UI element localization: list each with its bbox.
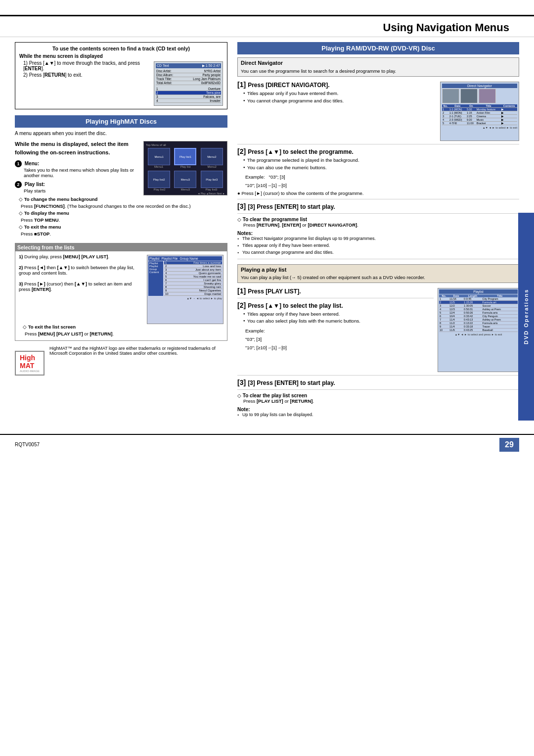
- display-menu-text: Press TOP MENU.: [15, 217, 227, 223]
- right-column: Playing RAM/DVD-RW (DVD-VR) Disc Direct …: [237, 42, 519, 419]
- direct-navigator-desc: You can use the programme list to search…: [241, 68, 516, 74]
- play-list-desc: You can play a play list (→ 5) created o…: [241, 274, 516, 281]
- page-title: Using Navigation Menus: [0, 21, 509, 34]
- highmat-section-title: Playing HighMAT Discs: [15, 115, 227, 128]
- clear-programme-title: To clear the programme list: [237, 217, 519, 222]
- selecting-lists-box: Selecting from the lists PlaylistPlaylis…: [15, 243, 227, 341]
- play-list-nav-screen: Playlist No.DateLengthTitle 111/160:0:45…: [438, 288, 519, 372]
- divider-1: [237, 144, 519, 144]
- play-list-section: Playing a play list You can play a play …: [237, 264, 519, 418]
- notes-box: Notes: The Direct Navigator programme li…: [237, 231, 519, 255]
- step2-heading: [2] Press [▲▼] to select the programme.: [237, 147, 519, 155]
- clear-programme-box: To clear the programme list Press [RETUR…: [237, 217, 519, 228]
- clear-play-list-text: Press [PLAY LIST] or [RETURN].: [237, 398, 519, 404]
- direct-navigator-box: Direct Navigator You can use the program…: [237, 57, 519, 77]
- playlist-screen: PlaylistPlaylist FileGroup Name Playlist…: [147, 255, 223, 324]
- play-list-header-box: Playing a play list You can play a play …: [237, 264, 519, 283]
- exit-menu-text: Press ■STOP.: [15, 231, 227, 236]
- cd-box-title: To use the contents screen to find a tra…: [19, 46, 223, 51]
- example-10: "10"; [≥10]→[1]→[0]: [237, 182, 519, 189]
- page-footer: RQTV0057 29: [0, 434, 534, 455]
- right-section-title: Playing RAM/DVD-RW (DVD-VR) Disc: [237, 42, 519, 54]
- play-note-list: Up to 99 play lists can be displayed.: [237, 412, 519, 418]
- play-note-title: Note:: [237, 407, 519, 412]
- exit-menu-note: To exit the menu: [15, 224, 227, 230]
- example-label: Example: "03"; [3]: [237, 174, 519, 181]
- trademark-text: HighMAT™ and the HighMAT logo are either…: [49, 346, 227, 356]
- divider-3: [237, 213, 519, 214]
- divider-2: [237, 199, 519, 199]
- section-divider: [237, 259, 519, 259]
- clear-programme-text: Press [RETURN], [ENTER] or [DIRECT NAVIG…: [237, 222, 519, 228]
- cd-text-box: To use the contents screen to find a tra…: [15, 42, 227, 109]
- highmat-logo: High MAT AUDIO·IMAGE: [15, 351, 44, 376]
- step3-heading: [3] [3] Press [ENTER] to start play.: [237, 202, 519, 210]
- divider-play-3: [237, 389, 519, 390]
- left-column: To use the contents screen to find a tra…: [15, 42, 227, 419]
- cd-screen: CD Text▶ 1:50 2:47 Disc Artist:N*RG Arti…: [154, 61, 223, 106]
- play-step2-heading: [2] Press [▲▼] to select the play list.: [237, 301, 434, 309]
- clear-play-list-box: To clear the play list screen Press [PLA…: [237, 393, 519, 404]
- display-menu-note: To display the menu: [15, 210, 227, 216]
- step1-area: Direct Navigator No.DateOnTitleContents: [237, 81, 519, 141]
- step2-bullets: The programme selected is played in the …: [237, 157, 519, 171]
- cd-sub-title: While the menu screen is displayed: [19, 53, 223, 59]
- highmat-menu-screen: Top Menu of all Menu1 Play list1 Menu2 M…: [143, 141, 227, 195]
- doc-code: RQTV0057: [15, 442, 40, 447]
- step1-heading: [1] Press [DIRECT NAVIGATOR].: [237, 81, 436, 89]
- exit-list-text: Press [MENU] [PLAY LIST] or [RETURN].: [19, 331, 223, 336]
- play-note-box: Note: Up to 99 play lists can be display…: [237, 407, 519, 418]
- notes-list: The Direct Navigator programme list disp…: [237, 236, 519, 255]
- change-bg-note: To change the menu background: [15, 196, 227, 202]
- notes-title: Notes:: [237, 231, 519, 236]
- press-note: ● Press [►] (cursor) to show the content…: [237, 190, 519, 196]
- direct-navigator-title: Direct Navigator: [241, 60, 516, 66]
- step2-area: [2] Press [▲▼] to select the programme. …: [237, 147, 519, 196]
- highmat-instruction-area: Top Menu of all Menu1 Play list1 Menu2 M…: [15, 140, 227, 238]
- selecting-lists-title: Selecting from the lists: [15, 243, 227, 251]
- exit-list-note: To exit the list screen: [19, 324, 223, 330]
- dvd-ops-sidebar: DVD Operations: [518, 213, 534, 421]
- highmat-desc: A menu appears when you insert the disc.: [15, 131, 227, 136]
- clear-play-list-title: To clear the play list screen: [237, 393, 519, 398]
- divider-play-2: [237, 375, 519, 376]
- highmat-trademark-area: High MAT AUDIO·IMAGE HighMAT™ and the Hi…: [15, 346, 227, 376]
- play-step3-heading: [3] [3] Press [ENTER] to start play.: [237, 378, 519, 386]
- page-header: Using Navigation Menus: [0, 16, 534, 37]
- play-step1-area: Playlist No.DateLengthTitle 111/160:0:45…: [237, 287, 519, 372]
- play-step1-heading: [1] Press [PLAY LIST].: [237, 287, 434, 295]
- change-bg-text: Press [FUNCTIONS]. (The background chang…: [15, 203, 227, 209]
- page-number: 29: [499, 438, 519, 452]
- play-list-section-title: Playing a play list: [241, 267, 516, 273]
